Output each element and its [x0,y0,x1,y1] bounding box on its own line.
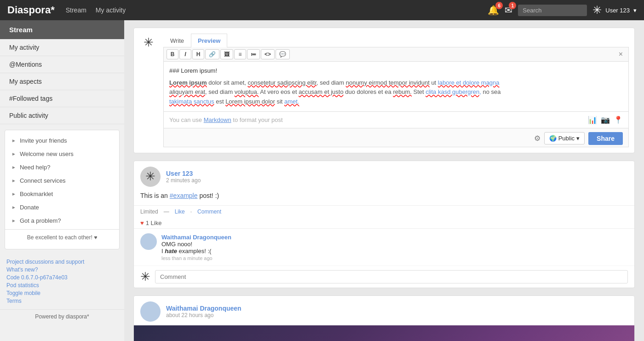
user-dropdown-chevron: ▾ [633,7,637,14]
sidebar-item-my-aspects[interactable]: My aspects [0,73,124,90]
post-card-2: Waithamai Dragonqueen about 22 hours ago [133,295,635,341]
post-like-link[interactable]: Like [175,208,185,215]
user-asterisk-avatar-icon: ✳ [145,169,155,184]
post-avatar-2 [140,301,161,322]
tab-preview[interactable]: Preview [191,34,227,47]
sidebar-action-welcome[interactable]: ► Welcome new users [5,147,119,161]
footer-link-pod-stats[interactable]: Pod statistics [6,282,118,289]
sidebar-item-public-activity[interactable]: Public activity [0,107,124,124]
comment-hate-text: I hate examples! :( [161,248,231,254]
compose-toolbar: B I H 🔗 🖼 ≡ ≔ <> 💬 × [163,47,629,62]
compose-body-text: Lorem ipsum dolor sit amet, consetetur s… [169,78,623,107]
comment-section-1: Waithamai Dragonqueen OMG nooo! I hate e… [134,228,634,288]
post-visibility-label: Limited [140,208,158,215]
post-likes-1: ♥ 1 Like [134,218,634,228]
compose-underline-6: rebum. [393,88,411,95]
sidebar-action-label: Need help? [20,164,51,171]
compose-close-button[interactable]: × [616,49,626,59]
sidebar-action-connect[interactable]: ► Connect services [5,174,119,187]
nav-links: Stream My activity [66,6,488,14]
compose-link-amet: amet. [284,98,299,105]
footer-link-discussions[interactable]: Project discussions and support [6,259,118,265]
post-comment-link[interactable]: Comment [197,208,221,215]
footer-link-terms[interactable]: Terms [6,298,118,304]
post-author-1[interactable]: User 123 [166,170,201,177]
compose-bold-lorem: Lorem ipsum [169,79,207,86]
toolbar-bold[interactable]: B [167,49,178,59]
compose-link-labore: labore et dolore magna [438,79,500,86]
page-wrapper: Stream My activity @Mentions My aspects … [0,20,644,341]
post-hashtag[interactable]: #example [170,192,198,199]
logo[interactable]: Diaspora* [7,4,55,16]
user-label: User 123 [605,7,630,14]
comment-text-1: OMG nooo! [161,241,231,248]
new-comment-input[interactable] [155,270,628,283]
messages-button[interactable]: ✉ 1 [505,5,512,16]
sidebar-quote: Be excellent to each other! ♥ [5,229,119,245]
sidebar-stream-header: Stream [0,20,124,39]
sidebar-item-my-activity[interactable]: My activity [0,39,124,56]
post-time-1: 2 minutes ago [166,177,201,184]
post-author-2[interactable]: Waithamai Dragonqueen [166,305,242,312]
sidebar-stream-label: Stream [9,26,33,34]
footer-link-code[interactable]: Code 0.6.7.0-p67a74e03 [6,274,118,281]
footer-link-toggle-mobile[interactable]: Toggle mobile [6,290,118,296]
comment-author-1[interactable]: Waithamai Dragonqueen [161,234,231,241]
nav-my-activity[interactable]: My activity [96,6,126,14]
compose-photo-icon[interactable]: 📷 [601,116,610,124]
compose-placeholder-row: You can use Markdown to format your post… [163,112,629,128]
search-input[interactable] [518,5,587,16]
tab-write[interactable]: Write [163,34,191,47]
compose-poll-icon[interactable]: 📊 [588,116,597,124]
sidebar-action-bookmarklet[interactable]: ► Bookmarklet [5,187,119,201]
arrow-icon: ► [12,165,16,170]
messages-badge: 1 [509,2,516,9]
sidebar-action-label: Donate [20,204,39,211]
sidebar-action-help[interactable]: ► Need help? [5,161,119,174]
likes-count-label: 1 Like [146,220,162,226]
footer-link-whats-new[interactable]: What's new? [6,266,118,273]
post-footer-1: Limited — Like · Comment [134,205,634,218]
compose-visibility-dropdown[interactable]: 🌍 Public ▾ [544,132,585,144]
toolbar-italic[interactable]: I [179,49,191,59]
sidebar-item-mentions[interactable]: @Mentions [0,56,124,73]
notifications-badge: 6 [495,2,503,9]
compose-markdown-link[interactable]: Markdown [204,116,231,123]
compose-placeholder-text: You can use [169,116,202,123]
compose-underline-2: nonumy eirmod tempor invidunt [346,79,430,86]
sidebar-action-donate[interactable]: ► Donate [5,201,119,214]
toolbar-image[interactable]: 🖼 [220,49,233,59]
sidebar-item-followed-tags[interactable]: #Followed tags [0,90,124,107]
nav-stream[interactable]: Stream [66,6,86,14]
post-header-1: ✳ User 123 2 minutes ago [134,161,634,191]
comment-avatar-1 [140,233,157,250]
new-comment-row: ✳ [134,266,634,288]
compose-editor: Write Preview B I H 🔗 🖼 ≡ ≔ <> 💬 × [163,34,629,147]
notifications-button[interactable]: 🔔 6 [488,5,499,16]
toolbar-list-bullet[interactable]: ≡ [234,49,246,59]
post-image-placeholder [134,325,634,341]
compose-actions: ⚙ 🌍 Public ▾ Share [163,128,629,147]
compose-link-clita: clita kasd gubergren, [426,88,481,95]
toolbar-link[interactable]: 🔗 [205,49,219,59]
sidebar-action-problem[interactable]: ► Got a problem? [5,214,119,227]
compose-location-icon[interactable]: 📍 [614,116,623,124]
toolbar-heading[interactable]: H [192,49,204,59]
sidebar-action-invite[interactable]: ► Invite your friends [5,134,119,147]
post-body-1: This is an #example post! :) [134,191,634,205]
post-text-prefix: This is an [140,192,170,199]
sidebar-actions-section: ► Invite your friends ► Welcome new user… [5,130,120,249]
heart-icon: ♥ [140,220,144,226]
toolbar-code[interactable]: <> [261,49,275,59]
toolbar-list-numbered[interactable]: ≔ [247,49,260,59]
user-menu[interactable]: ✳ User 123 ▾ [592,4,637,17]
compose-placeholder-suffix: to format your post [233,116,282,123]
share-button[interactable]: Share [588,132,623,145]
arrow-icon: ► [12,191,16,197]
compose-text-area[interactable]: ### Lorem ipsum! Lorem ipsum dolor sit a… [163,62,629,112]
toolbar-quote[interactable]: 💬 [276,49,290,59]
comment-omg-text: OMG nooo! [161,241,192,248]
compose-underline-5: accusam et justo [299,88,344,95]
compose-settings-button[interactable]: ⚙ [534,134,540,143]
compose-box: ✳ Write Preview B I H 🔗 🖼 ≡ ≔ <> 💬 [133,28,635,153]
